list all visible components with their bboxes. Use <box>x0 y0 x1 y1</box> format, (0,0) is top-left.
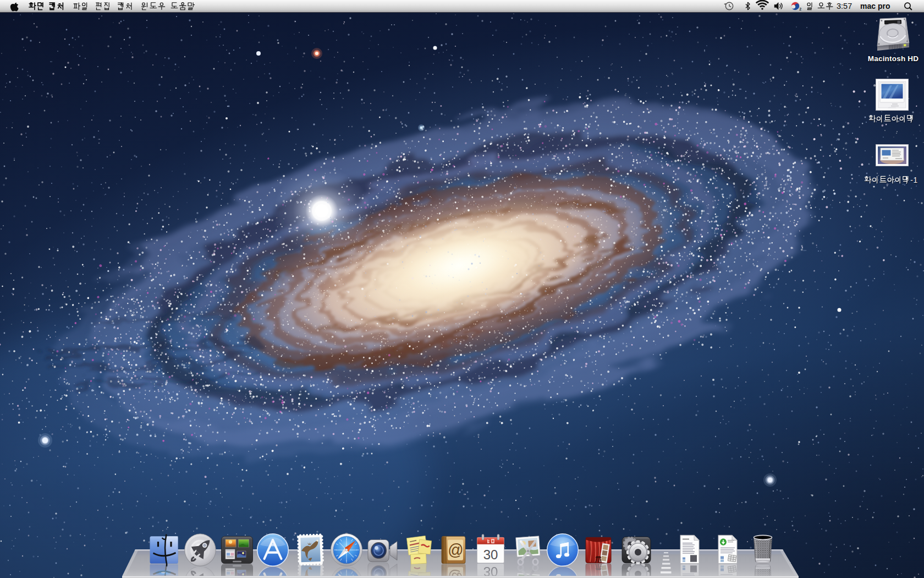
svg-text:3:57: 3:57 <box>837 2 852 10</box>
svg-text:-: - <box>910 176 913 184</box>
svg-text:1: 1 <box>913 176 917 184</box>
svg-text:30: 30 <box>483 547 498 561</box>
svg-text:@: @ <box>448 569 463 576</box>
svg-text:30: 30 <box>483 564 498 576</box>
svg-text:@: @ <box>448 541 463 559</box>
svg-text:2: 2 <box>799 7 801 11</box>
svg-text:mac pro: mac pro <box>860 2 890 10</box>
